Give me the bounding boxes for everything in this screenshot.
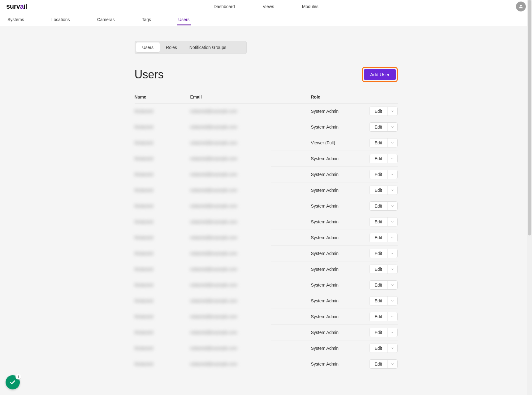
edit-button[interactable]: Edit — [370, 170, 387, 179]
user-avatar[interactable] — [516, 2, 526, 11]
row-menu-button[interactable] — [387, 281, 397, 289]
chevron-down-icon — [391, 299, 394, 303]
row-menu-button[interactable] — [387, 202, 397, 210]
subnav-tags[interactable]: Tags — [141, 14, 152, 25]
row-actions: Edit — [361, 233, 398, 242]
chevron-down-icon — [391, 252, 394, 255]
nav-dashboard[interactable]: Dashboard — [214, 4, 235, 9]
row-actions: Edit — [361, 122, 398, 132]
row-menu-button[interactable] — [387, 312, 397, 321]
table-row: Redactedredacted@example.comSystem Admin… — [135, 340, 398, 356]
table-header: Name Email Role — [135, 91, 398, 103]
edit-button[interactable]: Edit — [370, 217, 387, 226]
scrollbar-thumb[interactable] — [528, 0, 531, 235]
main-content: Users Roles Notification Groups Users Ad… — [132, 41, 401, 372]
row-menu-button[interactable] — [387, 186, 397, 195]
row-menu-button[interactable] — [387, 233, 397, 242]
tab-notification-groups[interactable]: Notification Groups — [183, 42, 232, 52]
row-menu-button[interactable] — [387, 107, 397, 116]
row-menu-button[interactable] — [387, 296, 397, 305]
user-role: Viewer (Full) — [311, 140, 361, 145]
user-role: System Admin — [311, 109, 361, 114]
row-actions: Edit — [361, 217, 398, 226]
subnav-users[interactable]: Users — [177, 14, 191, 25]
edit-button[interactable]: Edit — [370, 328, 387, 337]
row-menu-button[interactable] — [387, 123, 397, 131]
user-name: Redacted — [135, 330, 190, 335]
row-actions: Edit — [361, 328, 398, 337]
check-icon — [9, 379, 16, 386]
nav-modules[interactable]: Modules — [302, 4, 318, 9]
row-actions: Edit — [361, 154, 398, 163]
user-role: System Admin — [311, 235, 361, 240]
table-row: Redactedredacted@example.comSystem Admin… — [135, 261, 398, 277]
chevron-down-icon — [391, 141, 394, 145]
row-menu-button[interactable] — [387, 328, 397, 337]
table-row: Redactedredacted@example.comSystem Admin… — [135, 356, 398, 372]
row-menu-button[interactable] — [387, 170, 397, 179]
user-name: Redacted — [135, 109, 190, 114]
chevron-down-icon — [391, 315, 394, 318]
edit-button[interactable]: Edit — [370, 138, 387, 147]
row-actions: Edit — [361, 344, 398, 353]
tab-roles[interactable]: Roles — [160, 42, 183, 52]
user-name: Redacted — [135, 235, 190, 240]
row-menu-button[interactable] — [387, 344, 397, 353]
edit-button[interactable]: Edit — [370, 312, 387, 321]
edit-button[interactable]: Edit — [370, 186, 387, 195]
user-role: System Admin — [311, 267, 361, 272]
edit-button[interactable]: Edit — [370, 265, 387, 274]
subnav-locations[interactable]: Locations — [50, 14, 71, 25]
row-menu-button[interactable] — [387, 360, 397, 368]
edit-button-group: Edit — [369, 328, 397, 337]
chevron-down-icon — [391, 204, 394, 208]
edit-button[interactable]: Edit — [370, 249, 387, 258]
edit-button-group: Edit — [369, 107, 397, 116]
subnav-systems[interactable]: Systems — [6, 14, 25, 25]
edit-button[interactable]: Edit — [370, 281, 387, 289]
edit-button[interactable]: Edit — [370, 107, 387, 116]
row-menu-button[interactable] — [387, 217, 397, 226]
table-row: Redactedredacted@example.comSystem Admin… — [135, 214, 398, 230]
user-email: redacted@example.com — [190, 204, 311, 208]
brand-logo: survail — [6, 2, 27, 11]
table-row: Redactedredacted@example.comSystem Admin… — [135, 198, 398, 214]
user-role: System Admin — [311, 125, 361, 129]
edit-button[interactable]: Edit — [370, 154, 387, 163]
edit-button[interactable]: Edit — [370, 296, 387, 305]
brand-accent: a — [20, 2, 24, 10]
edit-button-group: Edit — [369, 312, 397, 321]
user-role: System Admin — [311, 204, 361, 208]
user-email: redacted@example.com — [190, 314, 311, 319]
user-email: redacted@example.com — [190, 362, 311, 366]
scrollbar-track[interactable] — [527, 0, 532, 395]
tab-users[interactable]: Users — [136, 42, 160, 52]
edit-button[interactable]: Edit — [370, 202, 387, 210]
status-bubble[interactable]: 1 — [6, 375, 20, 389]
row-menu-button[interactable] — [387, 154, 397, 163]
brand-post: il — [24, 2, 27, 10]
user-email: redacted@example.com — [190, 109, 311, 114]
edit-button[interactable]: Edit — [370, 233, 387, 242]
table-row: Redactedredacted@example.comSystem Admin… — [135, 182, 398, 198]
chevron-down-icon — [391, 283, 394, 287]
row-menu-button[interactable] — [387, 265, 397, 274]
edit-button-group: Edit — [369, 296, 397, 305]
status-badge: 1 — [15, 374, 21, 380]
table-row: Redactedredacted@example.comSystem Admin… — [135, 119, 398, 135]
add-user-button[interactable]: Add User — [364, 69, 396, 80]
edit-button-group: Edit — [369, 344, 397, 353]
user-name: Redacted — [135, 140, 190, 145]
row-actions: Edit — [361, 201, 398, 211]
nav-views[interactable]: Views — [263, 4, 274, 9]
subnav-cameras[interactable]: Cameras — [96, 14, 116, 25]
edit-button[interactable]: Edit — [370, 344, 387, 353]
chevron-down-icon — [391, 362, 394, 366]
user-email: redacted@example.com — [190, 125, 311, 129]
row-menu-button[interactable] — [387, 138, 397, 147]
row-actions: Edit — [361, 312, 398, 321]
row-menu-button[interactable] — [387, 249, 397, 258]
row-actions: Edit — [361, 107, 398, 116]
edit-button[interactable]: Edit — [370, 360, 387, 368]
edit-button[interactable]: Edit — [370, 123, 387, 131]
